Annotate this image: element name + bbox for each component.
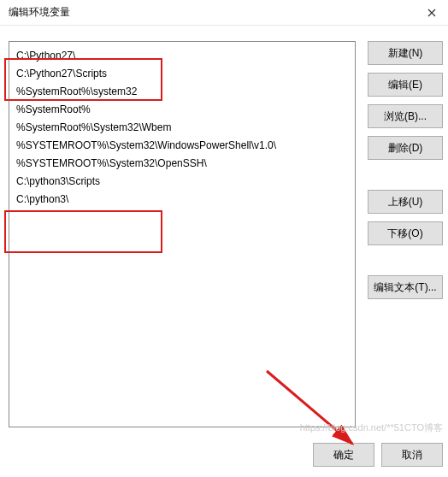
edit-button[interactable]: 编辑(E) xyxy=(368,73,443,97)
list-item[interactable]: %SystemRoot%\system32 xyxy=(9,83,355,101)
cancel-button[interactable]: 取消 xyxy=(381,443,443,467)
dialog-footer-buttons: 确定 取消 xyxy=(313,443,443,467)
window-title: 编辑环境变量 xyxy=(9,5,70,20)
path-listbox[interactable]: C:\Python27\ C:\Python27\Scripts %System… xyxy=(9,41,356,427)
edittext-button[interactable]: 编辑文本(T)... xyxy=(368,275,443,299)
list-item[interactable]: C:\python3\Scripts xyxy=(9,173,355,191)
close-icon[interactable] xyxy=(422,3,441,22)
movedown-button[interactable]: 下移(O) xyxy=(368,221,443,245)
ok-button[interactable]: 确定 xyxy=(313,443,374,467)
new-button[interactable]: 新建(N) xyxy=(368,41,443,65)
titlebar: 编辑环境变量 xyxy=(0,0,448,26)
list-item[interactable]: C:\python3\ xyxy=(9,191,355,209)
delete-button[interactable]: 删除(D) xyxy=(368,136,443,160)
list-item[interactable]: %SYSTEMROOT%\System32\OpenSSH\ xyxy=(9,155,355,173)
list-item[interactable]: C:\Python27\ xyxy=(9,47,355,65)
list-item[interactable]: %SystemRoot%\System32\Wbem xyxy=(9,119,355,137)
browse-button[interactable]: 浏览(B)... xyxy=(368,104,443,128)
list-item[interactable]: C:\Python27\Scripts xyxy=(9,65,355,83)
moveup-button[interactable]: 上移(U) xyxy=(368,190,443,214)
list-item[interactable]: %SYSTEMROOT%\System32\WindowsPowerShell\… xyxy=(9,137,355,155)
side-button-column: 新建(N) 编辑(E) 浏览(B)... 删除(D) 上移(U) 下移(O) 编… xyxy=(368,41,443,299)
list-item[interactable]: %SystemRoot% xyxy=(9,101,355,119)
dialog-content: C:\Python27\ C:\Python27\Scripts %System… xyxy=(0,26,448,477)
